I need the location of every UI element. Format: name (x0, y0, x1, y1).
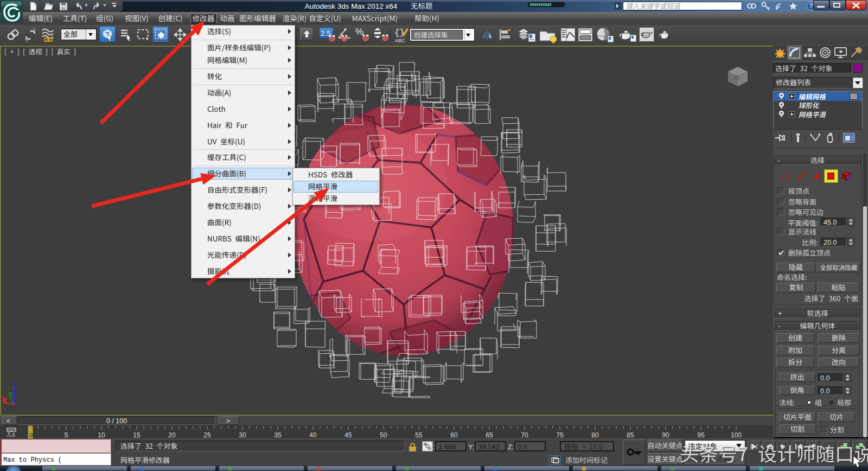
svg-text:?: ? (809, 2, 813, 10)
svg-text:ABC: ABC (395, 38, 405, 43)
